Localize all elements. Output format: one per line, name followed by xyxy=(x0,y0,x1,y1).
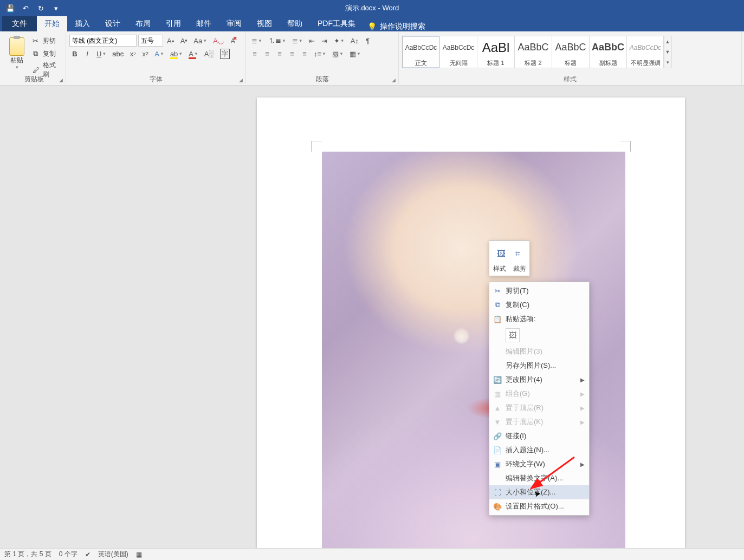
crop-icon[interactable]: ⌗ xyxy=(512,248,525,261)
menu-edit-picture: 编辑图片(3) xyxy=(489,344,589,359)
superscript-button[interactable]: x2 xyxy=(140,48,151,60)
style-label: 副标题 xyxy=(590,58,626,68)
tab-home[interactable]: 开始 xyxy=(37,16,67,31)
paste-button[interactable]: 粘贴 ▼ xyxy=(5,34,28,74)
font-name-combo[interactable]: 等线 (西文正文) xyxy=(69,35,137,47)
change-picture-icon: 🔄 xyxy=(493,376,502,384)
picture-style-icon[interactable]: 🖼 xyxy=(495,248,508,261)
qat-customize-button[interactable]: ▾ xyxy=(50,2,62,14)
highlight-button[interactable]: ab▼ xyxy=(168,48,185,60)
borders-button[interactable]: ▦▼ xyxy=(347,48,363,60)
copy-icon: ⧉ xyxy=(493,301,502,309)
shrink-font-button[interactable]: A▾ xyxy=(178,35,190,47)
change-case-button[interactable]: Aa▼ xyxy=(191,35,209,47)
style-item-4[interactable]: AaBbC标题 xyxy=(552,36,590,68)
sort-button[interactable]: A↕ xyxy=(348,35,361,47)
group-font-label: 字体 xyxy=(66,75,245,84)
asian-layout-button[interactable]: ✦▼ xyxy=(332,35,347,47)
menu-save-as-picture[interactable]: 另存为图片(S)... xyxy=(489,359,589,373)
tab-layout[interactable]: 布局 xyxy=(128,16,158,31)
menu-link[interactable]: 🔗链接(I) xyxy=(489,429,589,443)
style-item-2[interactable]: AaBl标题 1 xyxy=(477,36,515,68)
tab-view[interactable]: 视图 xyxy=(249,16,280,31)
status-word-count[interactable]: 0 个字 xyxy=(59,550,77,559)
clipboard-dialog-launcher[interactable]: ◢ xyxy=(57,77,64,83)
save-button[interactable]: 💾 xyxy=(4,2,16,14)
tell-me-label: 操作说明搜索 xyxy=(380,22,425,31)
strikethrough-button[interactable]: abc xyxy=(110,48,126,60)
lightbulb-icon: 💡 xyxy=(367,22,377,31)
paragraph-dialog-launcher[interactable]: ◢ xyxy=(390,77,397,83)
tab-mailings[interactable]: 邮件 xyxy=(189,16,219,31)
font-size-combo[interactable]: 五号 xyxy=(138,35,163,47)
menu-format-picture[interactable]: 🎨设置图片格式(O)... xyxy=(489,499,589,513)
redo-button[interactable]: ↻ xyxy=(35,2,47,14)
paste-option-picture[interactable]: 🖼 xyxy=(506,328,520,342)
tab-design[interactable]: 设计 xyxy=(98,16,128,31)
align-right-button[interactable]: ≡ xyxy=(274,48,285,60)
menu-wrap-text[interactable]: ▣环绕文字(W)▶ xyxy=(489,457,589,471)
menu-cut[interactable]: ✂剪切(T) xyxy=(489,284,589,298)
underline-button[interactable]: U▼ xyxy=(94,48,108,60)
tab-references[interactable]: 引用 xyxy=(158,16,189,31)
style-item-0[interactable]: AaBbCcDc正文 xyxy=(402,36,440,68)
multilevel-list-button[interactable]: ≣▼ xyxy=(290,35,305,47)
increase-indent-button[interactable]: ⇥ xyxy=(319,35,330,47)
tab-insert[interactable]: 插入 xyxy=(67,16,98,31)
status-page[interactable]: 第 1 页，共 5 页 xyxy=(4,550,51,559)
status-spellcheck-icon[interactable]: ✔ xyxy=(85,551,90,558)
format-picture-icon: 🎨 xyxy=(493,503,502,511)
font-dialog-launcher[interactable]: ◢ xyxy=(237,77,244,83)
menu-copy[interactable]: ⧉复制(C) xyxy=(489,298,589,312)
status-language[interactable]: 英语(美国) xyxy=(98,550,128,559)
bullets-button[interactable]: ≣▼ xyxy=(249,35,264,47)
tab-review[interactable]: 审阅 xyxy=(219,16,249,31)
align-justify-button[interactable]: ≡ xyxy=(287,48,297,60)
tab-pdf[interactable]: PDF工具集 xyxy=(310,16,363,31)
line-spacing-button[interactable]: ↕≡▼ xyxy=(312,48,328,60)
style-item-1[interactable]: AaBbCcDc无间隔 xyxy=(439,36,477,68)
document-area[interactable] xyxy=(0,86,744,548)
style-item-6[interactable]: AaBbCcDc不明显强调 xyxy=(626,36,664,68)
font-color-button[interactable]: A▼ xyxy=(186,48,200,60)
styles-gallery[interactable]: AaBbCcDc正文AaBbCcDc无间隔AaBl标题 1AaBbC标题 2Aa… xyxy=(402,36,738,68)
menu-edit-alt-text[interactable]: 编辑替换文字(A)... xyxy=(489,471,589,485)
style-item-5[interactable]: AaBbC副标题 xyxy=(589,36,627,68)
send-back-icon: ▼ xyxy=(493,418,502,426)
submenu-arrow-icon: ▶ xyxy=(580,405,585,411)
styles-expand-button[interactable]: ▲▼▾ xyxy=(663,36,672,68)
align-center-button[interactable]: ≡ xyxy=(262,48,273,60)
page xyxy=(257,97,685,548)
show-hide-button[interactable]: ¶ xyxy=(363,35,373,47)
copy-button[interactable]: ⧉复制 xyxy=(30,48,62,60)
undo-button[interactable]: ↶ xyxy=(20,2,31,14)
enclose-characters-button[interactable]: 字 xyxy=(218,48,232,60)
tab-file[interactable]: 文件 xyxy=(2,16,37,31)
clear-formatting-button[interactable]: A✖ xyxy=(228,35,238,47)
tell-me-search[interactable]: 💡 操作说明搜索 xyxy=(367,22,425,31)
submenu-arrow-icon: ▶ xyxy=(580,391,585,397)
align-left-button[interactable]: ≡ xyxy=(249,48,260,60)
align-distributed-button[interactable]: ≡ xyxy=(299,48,310,60)
status-macro-icon[interactable]: ▦ xyxy=(136,551,142,558)
character-shading-button[interactable]: A░ xyxy=(202,48,216,60)
menu-insert-caption[interactable]: 📄插入题注(N)... xyxy=(489,443,589,457)
grow-font-button[interactable]: A▴ xyxy=(165,35,177,47)
style-item-3[interactable]: AaBbC标题 2 xyxy=(514,36,552,68)
bold-button[interactable]: B xyxy=(69,48,80,60)
style-label: 标题 xyxy=(552,58,589,68)
italic-button[interactable]: I xyxy=(82,48,93,60)
group-styles: AaBbCcDc正文AaBbCcDc无间隔AaBl标题 1AaBbC标题 2Aa… xyxy=(399,32,742,84)
tab-help[interactable]: 帮助 xyxy=(280,16,310,31)
style-preview: AaBbC xyxy=(552,36,589,58)
numbering-button[interactable]: ⒈≣▼ xyxy=(266,35,288,47)
mini-style-label[interactable]: 样式 xyxy=(493,264,506,274)
decrease-indent-button[interactable]: ⇤ xyxy=(307,35,318,47)
cut-button[interactable]: ✂剪切 xyxy=(30,35,62,47)
subscript-button[interactable]: x2 xyxy=(127,48,138,60)
text-effects-button[interactable]: A▼ xyxy=(152,48,166,60)
shading-button[interactable]: ▧▼ xyxy=(330,48,346,60)
menu-change-picture[interactable]: 🔄更改图片(4)▶ xyxy=(489,373,589,387)
mini-crop-label[interactable]: 裁剪 xyxy=(513,264,526,274)
phonetic-guide-button[interactable]: A◡ xyxy=(211,35,226,47)
